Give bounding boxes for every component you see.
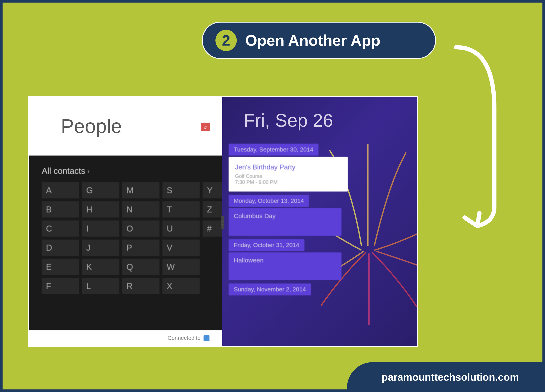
arrow-curve-icon [452, 45, 507, 237]
letter-p[interactable]: P [122, 240, 160, 256]
letter-o[interactable]: O [122, 220, 160, 237]
date-chip: Friday, October 31, 2014 [229, 239, 304, 251]
step-badge: 2 Open Another App [202, 22, 436, 59]
date-chip: Monday, October 13, 2014 [229, 195, 309, 207]
events-list: Tuesday, September 30, 2014Jen's Birthda… [222, 131, 417, 295]
event-title: Jen's Birthday Party [235, 163, 341, 171]
contacts-panel: All contacts › AGMSYBHNTZCIOU#DJPVEKQWFL… [29, 156, 222, 330]
all-contacts-label: All contacts [42, 166, 85, 176]
letter-r[interactable]: R [122, 278, 160, 294]
letter-i[interactable]: I [82, 220, 119, 237]
date-chip: Tuesday, September 30, 2014 [229, 144, 318, 156]
event-card[interactable]: Jen's Birthday PartyGolf Course7:30 PM -… [229, 157, 348, 191]
connected-label: Connected to [167, 335, 201, 341]
domain-footer: paramounttechsolution.com [347, 362, 545, 392]
chevron-right-icon: › [87, 167, 90, 175]
letter-h[interactable]: H [82, 201, 119, 217]
letter-f[interactable]: F [42, 278, 79, 294]
event-location: Golf Course [235, 173, 341, 179]
letter-e[interactable]: E [42, 259, 79, 275]
letter-x[interactable]: X [162, 278, 200, 294]
letter-d[interactable]: D [42, 240, 79, 256]
calendar-app: Fri, Sep 26 Tuesday, September 30, 2014J… [222, 97, 417, 346]
date-chip: Sunday, November 2, 2014 [229, 283, 311, 295]
letter-q[interactable]: Q [122, 259, 160, 275]
letter-n[interactable]: N [122, 201, 160, 217]
people-app: People ⌕ All contacts › AGMSYBHNTZCIOU#D… [29, 97, 222, 346]
letter-v[interactable]: V [162, 240, 200, 256]
letter-s[interactable]: S [162, 182, 200, 198]
letter-l[interactable]: L [82, 278, 119, 294]
letter-g[interactable]: G [82, 182, 119, 198]
letter-k[interactable]: K [82, 259, 119, 275]
all-contacts-link[interactable]: All contacts › [42, 166, 210, 176]
event-time: 7:30 PM - 9:00 PM [235, 179, 341, 185]
letter-t[interactable]: T [162, 201, 200, 217]
letter-grid: AGMSYBHNTZCIOU#DJPVEKQWFLRX [42, 182, 210, 294]
event-title: Columbus Day [234, 212, 336, 220]
letter-w[interactable]: W [162, 259, 200, 275]
domain-text: paramounttechsolution.com [382, 371, 519, 383]
search-icon[interactable]: ⌕ [201, 122, 210, 131]
split-drag-handle[interactable]: ⋮ [221, 216, 224, 229]
event-card[interactable]: Halloween [229, 252, 341, 280]
step-number-circle: 2 [216, 30, 237, 51]
letter-a[interactable]: A [42, 182, 79, 198]
people-footer: Connected to [29, 330, 222, 346]
letter-b[interactable]: B [42, 201, 79, 217]
event-title: Halloween [234, 257, 336, 264]
letter-m[interactable]: M [122, 182, 160, 198]
letter-j[interactable]: J [82, 240, 119, 256]
letter-u[interactable]: U [162, 220, 200, 237]
connected-service-icon [204, 335, 210, 341]
people-title: People [61, 115, 122, 137]
event-card[interactable]: Columbus Day [229, 208, 341, 236]
screenshot-panel: People ⌕ All contacts › AGMSYBHNTZCIOU#D… [28, 96, 418, 347]
people-header: People ⌕ [29, 97, 222, 156]
step-title: Open Another App [245, 32, 380, 49]
letter-c[interactable]: C [42, 220, 79, 237]
calendar-date: Fri, Sep 26 [222, 97, 417, 131]
